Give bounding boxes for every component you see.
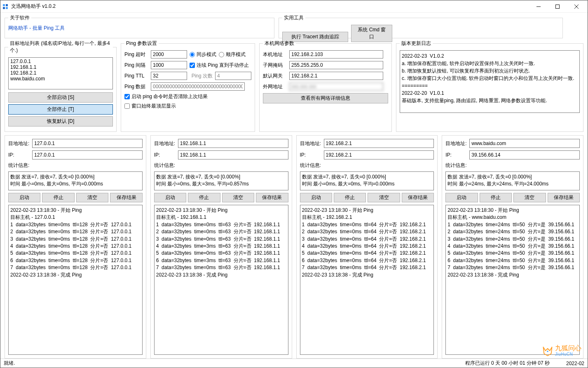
targets-legend: 目标地址列表 (域名或IP地址, 每行一个, 最多4个.) (8, 40, 113, 54)
ping-log[interactable]: 2022-02-23 13:18:30 - 开始 Ping 目标主机 - 192… (154, 205, 288, 355)
clear-on-start-check[interactable] (124, 94, 130, 99)
data-label: Ping 数据 (124, 83, 148, 90)
stats-label: 统计信息: (445, 162, 580, 169)
about-link[interactable]: 网络助手 - 批量 Ping 工具 (8, 25, 65, 31)
mask-label: 子网掩码 (263, 62, 287, 69)
panel-save-button[interactable]: 保存结果 (256, 193, 288, 202)
panel-start-button[interactable]: 启动 (154, 193, 186, 202)
status-uptime: 程序已运行 0 天 00 小时 01 分钟 07 秒 (465, 360, 550, 367)
always-top-label: 窗口始终最顶层显示 (131, 103, 176, 110)
panel-stop-button[interactable]: 停止 (188, 193, 220, 202)
count-input (215, 72, 251, 80)
ping-log[interactable]: 2022-02-23 13:18:30 - 开始 Ping 目标主机 - 192… (300, 205, 434, 355)
timeout-label: Ping 超时 (124, 51, 148, 58)
ping-log[interactable]: 2022-02-23 13:18:30 - 开始 Ping 目标主机 - www… (445, 205, 580, 355)
svg-rect-3 (6, 7, 8, 9)
gateway-label: 默认网关 (263, 73, 287, 80)
clear-on-start-label: 启动 ping 命令时是否清除上次结果 (131, 93, 208, 100)
fox-icon (542, 345, 553, 356)
about-group: 关于软件 网络助手 - 批量 Ping 工具 (5, 14, 274, 38)
sync-mode-radio[interactable] (190, 52, 195, 57)
local-ip-label: 本机地址 (263, 51, 287, 58)
ip-label: IP: (445, 152, 467, 158)
target-value: 192.168.1.1 (178, 139, 288, 148)
ip-value: 39.156.66.14 (469, 150, 580, 159)
ip-label: IP: (300, 152, 321, 158)
svg-rect-2 (3, 7, 5, 9)
ping-panel-1: 目地地址:192.168.1.1IP:192.168.1.1统计信息:数据 发送… (150, 135, 292, 359)
panel-save-button[interactable]: 保存结果 (548, 193, 580, 202)
panel-clear-button[interactable]: 清空 (76, 193, 108, 202)
targets-textarea[interactable]: 127.0.0.1 192.168.1.1 192.168.2.1 www.ba… (8, 57, 113, 89)
status-ready: 就绪. (4, 360, 465, 367)
about-legend: 关于软件 (8, 14, 31, 21)
panel-save-button[interactable]: 保存结果 (110, 193, 142, 202)
titlebar: 文迅网络助手 v1.0.2 (0, 0, 588, 13)
window-title: 文迅网络助手 v1.0.2 (11, 3, 529, 10)
close-button[interactable] (567, 1, 586, 12)
panel-clear-button[interactable]: 清空 (222, 193, 254, 202)
continuous-ping-label: 连续 Ping 直到手动停止 (197, 62, 249, 69)
panel-stop-button[interactable]: 停止 (334, 193, 366, 202)
stats-label: 统计信息: (8, 162, 143, 169)
always-top-check[interactable] (124, 103, 130, 109)
stats-label: 统计信息: (300, 162, 434, 169)
target-label: 目地地址: (300, 140, 321, 147)
svg-point-8 (547, 351, 548, 352)
gateway-input[interactable] (289, 72, 383, 80)
target-value: 192.168.2.1 (324, 139, 434, 148)
watermark: 九狐问心 JiuHuCN (542, 345, 581, 356)
minimize-button[interactable] (529, 1, 548, 12)
sync-mode-label: 同步模式 (197, 51, 216, 58)
stats-box: 数据 发送=7, 接收=7, 丢失=0 [0.000%]时间 最小=24ms, … (445, 171, 580, 190)
ext-ip-label: 外网地址 (263, 83, 287, 90)
maximize-button[interactable] (548, 1, 567, 12)
seq-mode-label: 顺序模式 (226, 51, 246, 58)
ping-panel-2: 目地地址:192.168.2.1IP:192.168.2.1统计信息:数据 发送… (296, 135, 438, 359)
continuous-ping-check[interactable] (190, 63, 195, 68)
target-label: 目地地址: (8, 140, 30, 147)
target-label: 目地地址: (445, 140, 467, 147)
ip-value: 192.168.1.1 (178, 150, 288, 159)
ping-log[interactable]: 2022-02-23 13:18:30 - 开始 Ping 目标主机 - 127… (8, 205, 143, 355)
watermark-cn: 九狐问心 (555, 345, 581, 352)
changelog-text[interactable]: 2022-02-23 V1.0.2 a. 增加保存配置功能, 软件启动时设置保持… (400, 50, 580, 113)
stats-box: 数据 发送=7, 接收=7, 丢失=0 [0.000%]时间 最小=0ms, 最… (300, 171, 434, 190)
panel-save-button[interactable]: 保存结果 (402, 193, 434, 202)
tools-legend: 实用工具 (282, 14, 305, 21)
ip-value: 127.0.0.1 (32, 150, 143, 159)
ttl-input[interactable] (151, 72, 187, 80)
stats-box: 数据 发送=7, 接收=7, 丢失=0 [0.000%]时间 最小=0ms, 最… (8, 171, 143, 190)
watermark-en: JiuHuCN (555, 352, 581, 356)
data-input[interactable] (151, 82, 245, 91)
statusbar: 就绪. 程序已运行 0 天 00 小时 01 分钟 07 秒 2022-02 (0, 359, 588, 368)
svg-rect-1 (6, 4, 8, 6)
target-label: 目地地址: (154, 140, 176, 147)
stats-box: 数据 发送=7, 接收=7, 丢失=0 [0.000%]时间 最小=0ms, 最… (154, 171, 288, 190)
changelog-legend: 版本更新日志 (400, 40, 433, 47)
local-ip-input[interactable] (289, 50, 383, 59)
panel-clear-button[interactable]: 清空 (513, 193, 546, 202)
app-icon (2, 3, 9, 10)
start-all-button[interactable]: 全部启动 [S] (8, 92, 113, 103)
ip-label: IP: (154, 152, 176, 158)
mask-input[interactable] (289, 61, 383, 69)
panel-clear-button[interactable]: 清空 (368, 193, 400, 202)
ext-ip-input[interactable] (289, 82, 383, 91)
timeout-input[interactable] (151, 50, 187, 59)
ping-panel-0: 目地地址:127.0.0.1IP:127.0.0.1统计信息:数据 发送=7, … (5, 135, 146, 359)
panel-stop-button[interactable]: 停止 (42, 193, 74, 202)
panel-start-button[interactable]: 启动 (8, 193, 40, 202)
seq-mode-radio[interactable] (219, 52, 224, 57)
panel-start-button[interactable]: 启动 (300, 193, 332, 202)
stop-all-button[interactable]: 全部停止 [T] (8, 104, 113, 115)
interval-input[interactable] (151, 61, 187, 69)
panel-start-button[interactable]: 启动 (445, 193, 478, 202)
ping-panel-3: 目地地址:www.baidu.comIP:39.156.66.14统计信息:数据… (442, 135, 583, 359)
changelog-group: 版本更新日志 2022-02-23 V1.0.2 a. 增加保存配置功能, 软件… (396, 40, 583, 132)
cmd-button[interactable]: 系统 Cmd 窗口 (351, 25, 392, 42)
panel-stop-button[interactable]: 停止 (480, 193, 512, 202)
view-net-details-button[interactable]: 查看所有网络详细信息 (263, 93, 388, 103)
restore-defaults-button[interactable]: 恢复默认 [D] (8, 116, 113, 127)
interval-label: Ping 间隔 (124, 62, 148, 69)
